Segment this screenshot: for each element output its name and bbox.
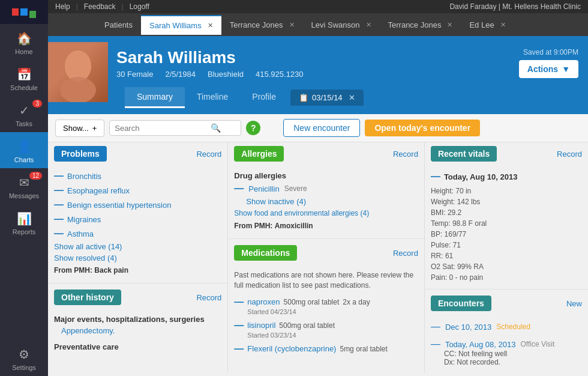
med-lisinopril: — lisinopril 500mg oral tablet Started 0… <box>234 318 418 341</box>
vitals-content: — Today, Aug 10, 2013 Height: 70 in Weig… <box>425 165 588 287</box>
tabs-bar: Patients Sarah Williams ✕ Terrance Jones… <box>48 13 588 36</box>
vitals-record-link[interactable]: Record <box>557 150 582 159</box>
tab-levi-swanson[interactable]: Levi Swanson ✕ <box>303 16 380 34</box>
sidebar-item-schedule[interactable]: 📅 Schedule <box>0 60 48 96</box>
sidebar-item-settings[interactable]: ⚙ Settings <box>0 340 48 376</box>
sidebar-item-label: Charts <box>14 156 34 163</box>
tab-close-terrance1[interactable]: ✕ <box>289 21 295 29</box>
dash-icon: — <box>54 228 64 239</box>
encounter-aug08: — Today, Aug 08, 2013 Office Visit CC: N… <box>431 336 582 370</box>
tab-sarah-williams[interactable]: Sarah Williams ✕ <box>141 15 221 35</box>
messages-icon: ✉ <box>19 175 29 190</box>
tab-close-levi[interactable]: ✕ <box>366 21 371 29</box>
encounter-type-1: Scheduled <box>496 323 530 331</box>
dash-icon: — <box>431 339 440 350</box>
chevron-down-icon: ▼ <box>562 64 570 74</box>
vital-bp: BP: 169/77 <box>431 229 582 240</box>
problem-migraines[interactable]: — Migraines <box>54 212 221 226</box>
ptab-timeline[interactable]: Timeline <box>185 87 240 108</box>
med-name[interactable]: Flexeril (cyclobenzaprine) <box>247 344 336 353</box>
sidebar-item-charts[interactable]: 👤 Charts <box>0 132 48 168</box>
tab-close-ed[interactable]: ✕ <box>500 21 506 29</box>
vital-weight: Weight: 142 lbs <box>431 196 582 207</box>
other-history-content: Major events, hospitalizations, surgerie… <box>48 309 227 356</box>
dash-icon: — <box>431 171 440 182</box>
dash-icon: — <box>234 344 244 354</box>
encounter-date-2[interactable]: Today, Aug 08, 2013 <box>445 340 516 349</box>
other-history-record-link[interactable]: Record <box>196 293 221 302</box>
med-name[interactable]: naproxen <box>247 297 280 306</box>
encounter-cc-2: CC: Not feeling well <box>431 350 582 358</box>
top-bar: Help | Feedback | Logoff David Faraday |… <box>48 0 588 13</box>
sidebar-item-label: Schedule <box>10 84 38 91</box>
sidebar-item-home[interactable]: 🏠 Home <box>0 24 48 60</box>
pmh-value: Back pain <box>94 266 128 274</box>
sidebar-item-tasks[interactable]: ✓ Tasks 3 <box>0 96 48 132</box>
encounter-date-1[interactable]: Dec 10, 2013 <box>445 323 491 332</box>
ptab-encounter-date[interactable]: 📋 03/15/14 ✕ <box>290 89 364 106</box>
clinic-name: Mt. Hellens Health Clinic <box>502 2 581 11</box>
tab-ed-lee[interactable]: Ed Lee ✕ <box>461 16 514 34</box>
help-link[interactable]: Help <box>55 2 70 11</box>
vital-pain: Pain: 0 - no pain <box>431 272 582 283</box>
med-freq: 2x a day <box>343 298 370 306</box>
med-dose: 500mg oral tablet <box>284 298 340 306</box>
allergies-pmh-value: Amoxicillin <box>275 222 313 230</box>
open-today-button[interactable]: Open today's encounter <box>365 120 480 136</box>
vital-pulse: Pulse: 71 <box>431 240 582 250</box>
tab-terrance-jones-1[interactable]: Terrance Jones ✕ <box>221 16 303 34</box>
show-resolved-link[interactable]: Show resolved (4) <box>54 252 221 264</box>
allergies-record-link[interactable]: Record <box>393 150 418 159</box>
med-name[interactable]: lisinopril <box>247 321 275 330</box>
medications-record-link[interactable]: Record <box>393 249 418 258</box>
patient-age-gender: 30 Female <box>116 70 153 79</box>
problem-esophageal[interactable]: — Esophageal reflux <box>54 183 221 198</box>
search-icon[interactable]: 🔍 <box>211 123 221 133</box>
messages-badge: 12 <box>29 172 42 180</box>
tasks-icon: ✓ <box>19 103 29 118</box>
actions-button[interactable]: Actions ▼ <box>519 60 578 78</box>
allergies-section-header: Allergies Record <box>228 142 424 165</box>
show-button[interactable]: Show... + <box>55 120 104 137</box>
show-active-link[interactable]: Show all active (14) <box>54 241 221 252</box>
search-input[interactable] <box>115 124 211 133</box>
encounters-new-link[interactable]: New <box>566 299 582 308</box>
problems-record-link[interactable]: Record <box>196 150 221 159</box>
tasks-badge: 3 <box>32 100 42 108</box>
tab-close-terrance2[interactable]: ✕ <box>447 21 452 29</box>
encounter-date-close[interactable]: ✕ <box>349 93 355 102</box>
logoff-link[interactable]: Logoff <box>130 2 149 11</box>
tab-close-sarah[interactable]: ✕ <box>208 22 213 29</box>
svg-point-2 <box>65 50 91 82</box>
sidebar-item-label: Messages <box>9 192 39 199</box>
vital-bmi: BMI: 29.2 <box>431 207 582 218</box>
allergy-name[interactable]: Penicillin <box>248 184 279 193</box>
vital-height: Height: 70 in <box>431 186 582 196</box>
encounters-title: Encounters <box>431 296 491 311</box>
show-inactive-link[interactable]: Show inactive (4) <box>234 196 418 207</box>
problem-asthma[interactable]: — Asthma <box>54 226 221 241</box>
help-button[interactable]: ? <box>246 121 260 135</box>
dash-icon: — <box>54 214 64 225</box>
new-encounter-button[interactable]: New encounter <box>283 119 360 137</box>
problem-bronchitis[interactable]: — Bronchitis <box>54 169 221 183</box>
sidebar-item-reports[interactable]: 📊 Reports <box>0 204 48 240</box>
feedback-link[interactable]: Feedback <box>84 2 116 11</box>
tab-patients[interactable]: Patients <box>96 16 141 34</box>
tab-terrance-jones-2[interactable]: Terrance Jones ✕ <box>380 16 461 34</box>
right-column: Recent vitals Record — Today, Aug 10, 20… <box>425 142 588 373</box>
dash-icon: — <box>54 199 64 210</box>
allergy-penicillin: — Penicillin Severe <box>234 181 418 196</box>
show-food-link[interactable]: Show food and environmental allergies (4… <box>234 207 418 219</box>
ptab-profile[interactable]: Profile <box>240 87 288 108</box>
history-appendectomy[interactable]: Appendectomy. <box>54 325 221 336</box>
major-events-label: Major events, hospitalizations, surgerie… <box>54 312 221 325</box>
ptab-summary[interactable]: Summary <box>125 87 185 108</box>
patient-info: Sarah Williams 30 Female 2/5/1984 Bluesh… <box>108 42 506 108</box>
sidebar-item-messages[interactable]: ✉ Messages 12 <box>0 168 48 204</box>
content-grid: Problems Record — Bronchitis — Esophagea… <box>48 142 588 373</box>
top-bar-user: David Faraday | Mt. Hellens Health Clini… <box>449 2 581 11</box>
show-label: Show... <box>63 124 89 133</box>
med-naproxen: — naproxen 500mg oral tablet 2x a day St… <box>234 294 418 318</box>
problem-hypertension[interactable]: — Benign essential hypertension <box>54 198 221 212</box>
